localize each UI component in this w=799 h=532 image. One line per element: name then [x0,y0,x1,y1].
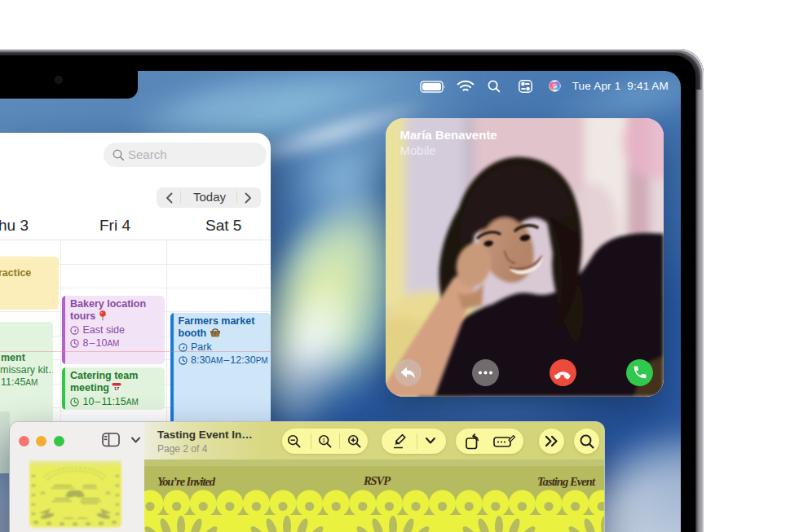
svg-text:You’re Invited: You’re Invited [157,475,216,488]
svg-text:17: 17 [114,386,120,391]
svg-text:RSVP: RSVP [363,474,391,487]
svg-text:1: 1 [322,437,325,444]
svg-text:Tasting Event: Tasting Event [537,475,596,488]
